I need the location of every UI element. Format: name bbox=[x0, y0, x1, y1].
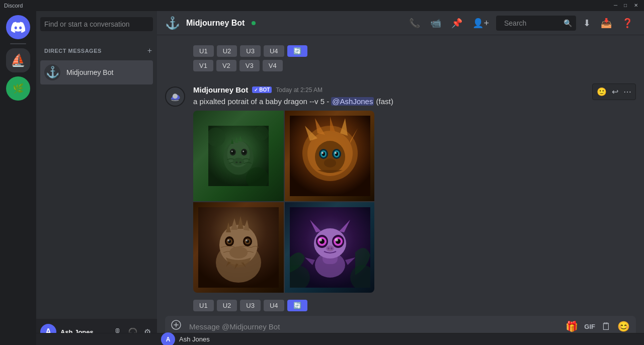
direct-messages-label: DIRECT MESSAGES bbox=[44, 48, 102, 54]
window-controls: ─ □ ✕ bbox=[614, 3, 640, 9]
app-title: Discord bbox=[4, 3, 23, 9]
dm-sidebar: DIRECT MESSAGES + ⚓ Midjourney Bot A Ash… bbox=[36, 11, 157, 345]
bottom-buttons: U1 U2 U3 U4 🔄 bbox=[193, 297, 636, 313]
v2-btn-upper[interactable]: V2 bbox=[216, 60, 236, 71]
image-grid bbox=[193, 111, 374, 293]
direct-messages-header: DIRECT MESSAGES + bbox=[36, 37, 157, 58]
server-divider bbox=[10, 43, 26, 44]
v3-btn-upper[interactable]: V3 bbox=[239, 60, 260, 71]
svg-point-58 bbox=[331, 247, 333, 249]
u3-btn-bottom[interactable]: U3 bbox=[240, 300, 261, 311]
u4-btn-bottom[interactable]: U4 bbox=[264, 300, 284, 311]
v1-btn-upper[interactable]: V1 bbox=[193, 60, 213, 71]
message-time: Today at 2:25 AM bbox=[276, 87, 323, 94]
add-dm-button[interactable]: + bbox=[146, 45, 153, 56]
mention-text[interactable]: @AshJones bbox=[331, 97, 374, 106]
svg-point-57 bbox=[328, 247, 330, 249]
dm-search-area[interactable] bbox=[36, 11, 157, 37]
message-author: Midjourney Bot bbox=[193, 85, 248, 94]
dm-list: ⚓ Midjourney Bot bbox=[36, 58, 157, 319]
checkmark-icon: ✓ bbox=[254, 88, 258, 93]
video-btn[interactable]: 📹 bbox=[427, 16, 444, 31]
messages-area: U1 U2 U3 U4 🔄 V1 V2 V3 V4 bbox=[157, 35, 644, 316]
close-btn[interactable]: ✕ bbox=[634, 3, 640, 9]
bot-badge: ✓ BOT bbox=[252, 87, 272, 93]
discord-home-btn[interactable] bbox=[6, 15, 30, 39]
maximize-btn[interactable]: □ bbox=[624, 3, 630, 9]
chat-area: ⚓ Midjourney Bot 📞 📹 📌 👤+ 🔍 ⬇ 📥 ❓ bbox=[157, 11, 644, 345]
emoji-btn[interactable]: 😊 bbox=[615, 318, 632, 334]
svg-point-20 bbox=[315, 141, 345, 173]
server-item-green[interactable]: 🌿 bbox=[6, 76, 30, 101]
upper-message-buttons: U1 U2 U3 U4 🔄 bbox=[157, 43, 644, 61]
sticker-btn[interactable]: 🗒 bbox=[599, 319, 613, 334]
search-input[interactable] bbox=[40, 17, 153, 31]
u3-btn-upper[interactable]: U3 bbox=[240, 45, 261, 57]
svg-point-32 bbox=[219, 225, 258, 265]
channel-name: Midjourney Bot bbox=[186, 19, 245, 28]
u2-btn-bottom[interactable]: U2 bbox=[217, 300, 237, 311]
svg-point-15 bbox=[254, 126, 269, 141]
svg-point-54 bbox=[319, 238, 322, 241]
bot-label: BOT bbox=[259, 87, 270, 93]
dragon-image-1[interactable] bbox=[193, 111, 284, 201]
ash-jones-avatar: A bbox=[161, 332, 175, 346]
pin-btn[interactable]: 📌 bbox=[448, 16, 465, 31]
svg-point-7 bbox=[231, 150, 235, 154]
typing-indicator: A Ash Jones bbox=[161, 332, 210, 346]
titlebar: Discord ─ □ ✕ bbox=[0, 0, 644, 11]
svg-point-12 bbox=[235, 161, 238, 163]
inbox-btn[interactable]: 📥 bbox=[598, 16, 615, 31]
svg-point-8 bbox=[243, 150, 247, 154]
message-suffix: (fast) bbox=[374, 97, 393, 106]
u2-btn-upper[interactable]: U2 bbox=[217, 45, 237, 57]
download-btn[interactable]: ⬇ bbox=[580, 16, 594, 31]
svg-point-10 bbox=[243, 151, 244, 152]
message-header: Midjourney Bot ✓ BOT Today at 2:25 AM bbox=[193, 85, 636, 94]
refresh-btn-upper[interactable]: 🔄 bbox=[287, 45, 307, 57]
chat-header: ⚓ Midjourney Bot 📞 📹 📌 👤+ 🔍 ⬇ 📥 ❓ bbox=[157, 11, 644, 35]
svg-point-39 bbox=[227, 239, 229, 241]
svg-point-29 bbox=[324, 158, 336, 167]
server-bar: ⛵ 🌿 bbox=[0, 11, 36, 345]
svg-point-9 bbox=[231, 151, 233, 152]
bottom-bar: A Ash Jones bbox=[36, 333, 644, 345]
ash-jones-name: Ash Jones bbox=[179, 335, 210, 343]
more-btn[interactable]: ⋯ bbox=[621, 85, 633, 99]
upper-message-v-buttons: V1 V2 V3 V4 bbox=[157, 60, 644, 75]
refresh-btn-bottom[interactable]: 🔄 bbox=[287, 300, 307, 311]
reply-btn[interactable]: ↩ bbox=[610, 85, 620, 99]
svg-point-13 bbox=[239, 161, 242, 163]
svg-point-41 bbox=[229, 246, 248, 258]
dragon-image-4[interactable] bbox=[285, 202, 374, 293]
search-input-header[interactable] bbox=[500, 17, 560, 29]
app-layout: ⛵ 🌿 DIRECT MESSAGES + ⚓ Midjourney Bot A… bbox=[0, 11, 644, 345]
add-member-btn[interactable]: 👤+ bbox=[469, 16, 492, 31]
message-main-text: a pixalted potrait of a baby dragon --v … bbox=[193, 97, 331, 106]
message-content: Midjourney Bot ✓ BOT Today at 2:25 AM a … bbox=[193, 85, 636, 313]
v4-btn-upper[interactable]: V4 bbox=[263, 60, 283, 71]
svg-point-56 bbox=[326, 245, 334, 251]
midjourney-avatar: ⚓ bbox=[44, 64, 60, 80]
svg-point-11 bbox=[233, 158, 245, 165]
call-btn[interactable]: 📞 bbox=[406, 16, 423, 31]
online-status-dot bbox=[252, 21, 256, 25]
dm-item-midjourney[interactable]: ⚓ Midjourney Bot bbox=[40, 60, 153, 84]
u1-btn-bottom[interactable]: U1 bbox=[193, 300, 214, 311]
message-main: Midjourney Bot ✓ BOT Today at 2:25 AM a … bbox=[157, 81, 644, 315]
gift-btn[interactable]: 🎁 bbox=[564, 318, 580, 334]
gif-btn[interactable]: GIF bbox=[582, 321, 597, 332]
minimize-btn[interactable]: ─ bbox=[614, 3, 620, 9]
server-item-boat[interactable]: ⛵ bbox=[6, 48, 30, 72]
help-btn[interactable]: ❓ bbox=[619, 16, 636, 31]
react-btn[interactable]: 🙂 bbox=[595, 85, 609, 99]
svg-point-1 bbox=[173, 94, 178, 99]
message-text: a pixalted potrait of a baby dragon --v … bbox=[193, 96, 636, 107]
dragon-image-2[interactable] bbox=[285, 111, 374, 201]
svg-point-28 bbox=[335, 152, 337, 154]
u4-btn-upper[interactable]: U4 bbox=[264, 45, 284, 57]
input-actions: 🎁 GIF 🗒 😊 bbox=[564, 318, 632, 334]
u1-btn-upper[interactable]: U1 bbox=[193, 45, 214, 57]
dragon-image-3[interactable] bbox=[193, 202, 284, 293]
message-action-bar: 🙂 ↩ ⋯ bbox=[592, 83, 636, 100]
